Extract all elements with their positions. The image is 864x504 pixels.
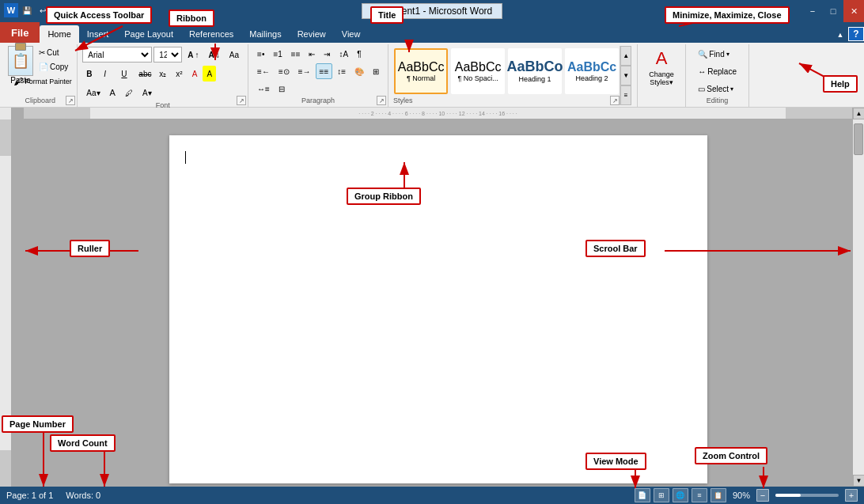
show-formatting-button[interactable]: ¶ <box>353 46 365 62</box>
status-right: 📄 ⊞ 🌐 ≡ 📋 90% − + <box>635 488 858 502</box>
para-extra-2[interactable]: ⊟ <box>275 81 289 97</box>
highlight-button[interactable]: A <box>203 66 216 81</box>
style-heading-2-label: Heading 2 <box>576 74 608 82</box>
strikethrough-button[interactable]: abc <box>135 66 153 81</box>
bold-button[interactable]: B <box>82 66 98 81</box>
window-controls[interactable]: − □ ✕ <box>802 0 864 22</box>
editing-group: 🔍 Find ▾ ↔ Replace ▭ Select ▾ Editing <box>686 44 749 107</box>
styles-items-row: AaBbCc ¶ Normal AaBbCc ¶ No Spaci... AaB… <box>393 46 620 96</box>
text-effects-button[interactable]: A <box>106 85 119 100</box>
help-button[interactable]: ? <box>848 27 864 41</box>
style-heading-1-preview: AaBbCo <box>507 59 563 76</box>
paragraph-dialog-launcher[interactable]: ↗ <box>377 96 386 105</box>
maximize-button[interactable]: □ <box>823 0 843 22</box>
style-no-spacing[interactable]: AaBbCc ¶ No Spaci... <box>451 48 505 94</box>
multilevel-list-button[interactable]: ≡≡ <box>287 46 305 62</box>
font-group: Arial 12 A↑ A↓ Aa B I U abc x₂ x² A <box>78 44 248 107</box>
zoom-slider[interactable] <box>775 494 839 497</box>
zoom-out-button[interactable]: − <box>756 489 769 502</box>
view-print-button[interactable]: 📄 <box>635 488 650 502</box>
document-page[interactable] <box>169 135 707 483</box>
font-color-button[interactable]: A <box>188 66 202 81</box>
borders-button[interactable]: ⊞ <box>369 63 383 79</box>
save-button[interactable]: 💾 <box>20 3 34 17</box>
view-draft-button[interactable]: 📋 <box>711 488 726 502</box>
binoculars-icon: 🔍 <box>698 50 707 59</box>
justify-button[interactable]: ≡≡ <box>316 63 333 79</box>
styles-scroll-up[interactable]: ▲ <box>620 46 631 66</box>
zoom-in-button[interactable]: + <box>845 489 858 502</box>
align-right-button[interactable]: ≡→ <box>294 63 315 79</box>
numbering-button[interactable]: ≡1 <box>269 46 286 62</box>
align-left-button[interactable]: ≡← <box>253 63 274 79</box>
find-button[interactable]: 🔍 Find ▾ <box>694 46 741 62</box>
underline-button[interactable]: U <box>117 66 133 81</box>
change-styles-label: ChangeStyles▾ <box>649 70 674 86</box>
tab-review[interactable]: Review <box>290 25 334 43</box>
tab-mailings[interactable]: Mailings <box>241 25 289 43</box>
scroll-up-button[interactable]: ▲ <box>853 108 864 119</box>
shading-button[interactable]: 🎨 <box>351 63 368 79</box>
bullets-button[interactable]: ≡• <box>253 46 268 62</box>
select-dropdown: ▾ <box>730 85 733 93</box>
style-heading-2[interactable]: AaBbCc Heading 2 <box>565 48 619 94</box>
sort-button[interactable]: ↕A <box>335 46 352 62</box>
minimize-button[interactable]: − <box>802 0 823 22</box>
page-number: Page: 1 of 1 <box>6 491 53 500</box>
decrease-indent-button[interactable]: ⇤ <box>305 46 319 62</box>
replace-button[interactable]: ↔ Replace <box>694 63 741 79</box>
close-button[interactable]: ✕ <box>843 0 864 22</box>
increase-indent-button[interactable]: ⇥ <box>320 46 334 62</box>
styles-group-bottom: Styles ↗ <box>393 96 620 105</box>
font-size-select[interactable]: 12 <box>153 47 182 63</box>
clear-formatting-button[interactable]: Aa <box>225 47 243 63</box>
superscript-button[interactable]: x² <box>172 66 186 81</box>
scroll-down-button[interactable]: ▼ <box>853 475 864 487</box>
annotation-view-mode: View Mode <box>585 453 646 470</box>
style-no-spacing-label: ¶ No Spaci... <box>457 74 498 82</box>
tab-file[interactable]: File <box>0 22 40 43</box>
italic-button[interactable]: I <box>100 66 116 81</box>
vertical-scrollbar[interactable]: ▲ ▼ <box>852 108 864 487</box>
view-web-button[interactable]: 🌐 <box>673 488 688 502</box>
annotation-ribbon: Ribbon <box>169 9 214 27</box>
annotation-group-ribbon: Group Ribbon <box>347 188 421 205</box>
style-normal[interactable]: AaBbCc ¶ Normal <box>394 48 448 94</box>
zoom-level: 90% <box>733 491 750 500</box>
styles-more-button[interactable]: ≡ <box>620 85 631 105</box>
change-case-button[interactable]: Aa▾ <box>82 85 104 100</box>
styles-dialog-launcher[interactable]: ↗ <box>610 96 620 105</box>
scroll-track <box>853 119 864 475</box>
annotation-word-count: Word Count <box>50 434 116 452</box>
scroll-thumb[interactable] <box>854 123 863 155</box>
styles-scroll-down[interactable]: ▼ <box>620 66 631 85</box>
tab-page-layout[interactable]: Page Layout <box>116 25 181 43</box>
subscript-button[interactable]: x₂ <box>155 66 170 81</box>
view-full-button[interactable]: ⊞ <box>654 488 669 502</box>
select-button[interactable]: ▭ Select ▾ <box>694 81 741 97</box>
para-extra-1[interactable]: ↔≡ <box>253 81 274 97</box>
font-grow-button[interactable]: A↑ <box>184 47 203 63</box>
change-styles-button[interactable]: A ChangeStyles▾ <box>641 46 682 89</box>
font-shrink-button[interactable]: A↓ <box>205 47 224 63</box>
copy-button[interactable]: 📄 Copy <box>35 60 72 74</box>
style-heading-1[interactable]: AaBbCo Heading 1 <box>508 48 562 94</box>
font-name-select[interactable]: Arial <box>82 47 152 63</box>
font-dialog-launcher[interactable]: ↗ <box>237 96 246 105</box>
text-highlight-color-button[interactable]: 🖊 <box>121 85 137 100</box>
line-spacing-button[interactable]: ↕≡ <box>333 63 350 79</box>
style-heading-2-preview: AaBbCc <box>567 59 616 74</box>
style-normal-label: ¶ Normal <box>407 74 435 82</box>
tab-view[interactable]: View <box>334 25 369 43</box>
font-color-dropdown[interactable]: A▾ <box>138 85 156 100</box>
align-center-button[interactable]: ≡⊙ <box>275 63 294 79</box>
format-painter-button[interactable]: 🖌 Format Painter <box>35 74 51 89</box>
view-outline-button[interactable]: ≡ <box>692 488 707 502</box>
tab-home[interactable]: Home <box>40 25 78 43</box>
font-format-row: B I U abc x₂ x² A A <box>82 65 243 82</box>
clipboard-dialog-launcher[interactable]: ↗ <box>66 96 75 105</box>
cut-button[interactable]: ✂ Cut <box>35 46 72 59</box>
ribbon-collapse-button[interactable]: ▲ <box>834 28 847 41</box>
tab-references[interactable]: References <box>181 25 241 43</box>
tab-insert[interactable]: Insert <box>79 25 117 43</box>
